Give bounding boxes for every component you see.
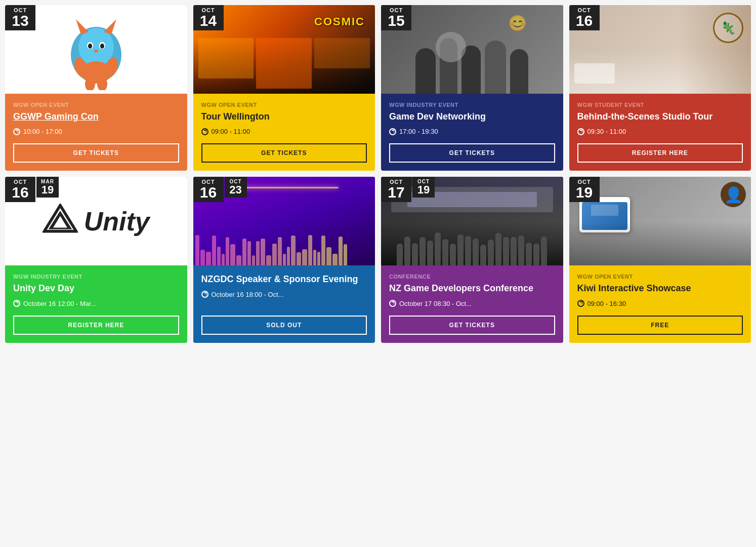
date-day: 14 (197, 13, 220, 28)
clock-icon (13, 300, 20, 307)
event-title: NZGDC Speaker & Sponsor Evening (201, 274, 367, 285)
event-title: Tour Wellington (201, 111, 367, 123)
card-body: WGW INDUSTRY EVENT Game Dev Networking 1… (381, 94, 563, 171)
event-card-game-dev-networking: 😊 OCT 15 WGW INDUSTRY EVENT Game Dev Net… (381, 5, 563, 171)
date-badge: OCT 13 (5, 5, 35, 30)
date-badge-end: MAR 19 (36, 177, 59, 198)
svg-point-8 (94, 50, 98, 53)
time-text: October 16 12:00 - Mar... (23, 300, 97, 307)
event-type-label: WGW OPEN EVENT (13, 102, 179, 108)
date-badge: OCT 14 (193, 5, 224, 30)
card-body: NZGDC Speaker & Sponsor Evening October … (193, 265, 375, 342)
clock-icon (201, 128, 208, 135)
event-time: 09:00 - 11:00 (201, 128, 367, 135)
time-text: 17:00 - 19:30 (399, 128, 438, 135)
event-type-label: WGW INDUSTRY EVENT (13, 274, 179, 280)
card-body: WGW OPEN EVENT Tour Wellington 09:00 - 1… (193, 94, 375, 171)
event-title: Unity Dev Day (13, 283, 179, 294)
event-type-label: WGW OPEN EVENT (201, 102, 367, 108)
date-day: 16 (197, 185, 220, 200)
date-badge-end: OCT 23 (225, 177, 247, 198)
date-end-day: 23 (229, 184, 243, 196)
event-type-label: WGW INDUSTRY EVENT (389, 102, 555, 108)
event-time: October 17 08:30 - Oct... (389, 300, 555, 307)
event-card-unity-dev-day: Unity OCT 16 MAR 19 WGW INDUSTRY EVENT U… (5, 177, 187, 342)
event-time: 09:30 - 11:00 (577, 128, 743, 135)
event-type-label: CONFERENCE (389, 274, 555, 280)
event-card-ggwp: OCT 13 WGW OPEN EVENT GGWP Gaming Con 10… (5, 5, 187, 171)
svg-point-7 (100, 44, 104, 49)
action-button[interactable]: GET TICKETS (13, 143, 179, 163)
card-body: WGW INDUSTRY EVENT Unity Dev Day October… (5, 265, 187, 342)
date-day: 16 (573, 13, 596, 28)
time-text: October 16 18:00 - Oct... (212, 291, 284, 298)
card-body: WGW STUDENT EVENT Behind-the-Scenes Stud… (569, 94, 751, 171)
svg-point-6 (88, 44, 92, 49)
svg-marker-3 (104, 19, 116, 34)
date-badge: OCT 16 (5, 177, 35, 202)
date-day: 15 (385, 13, 407, 28)
event-time: 17:00 - 19:30 (389, 128, 555, 135)
event-time: October 16 12:00 - Mar... (13, 300, 179, 307)
event-time: 09:00 - 16:30 (577, 300, 743, 307)
date-end-day: 19 (40, 184, 55, 196)
event-title: GGWP Gaming Con (13, 111, 179, 123)
event-title-link[interactable]: GGWP Gaming Con (13, 111, 99, 122)
date-badge: OCT 17 (381, 177, 411, 202)
card-body: WGW OPEN EVENT GGWP Gaming Con 10:00 - 1… (5, 94, 187, 171)
event-type-label: WGW OPEN EVENT (577, 274, 743, 280)
event-title: Game Dev Networking (389, 111, 555, 123)
action-button[interactable]: REGISTER HERE (13, 316, 179, 335)
event-time: 10:00 - 17:00 (13, 128, 179, 135)
time-text: 10:00 - 17:00 (23, 128, 62, 135)
date-day: 16 (9, 185, 31, 200)
date-badge: OCT 16 (569, 5, 600, 30)
clock-icon (389, 128, 396, 135)
clock-icon (577, 128, 584, 135)
event-title: Behind-the-Scenes Studio Tour (577, 111, 743, 123)
time-text: October 17 08:30 - Oct... (399, 300, 472, 307)
date-day: 13 (9, 13, 31, 28)
svg-marker-2 (76, 19, 89, 34)
clock-icon (577, 300, 584, 307)
events-grid: OCT 13 WGW OPEN EVENT GGWP Gaming Con 10… (5, 5, 751, 343)
action-button[interactable]: SOLD OUT (201, 316, 367, 335)
date-badge-end: OCT 19 (412, 177, 435, 198)
date-day: 17 (385, 185, 407, 200)
date-day: 19 (573, 185, 596, 200)
card-body: CONFERENCE NZ Game Developers Conference… (381, 265, 563, 342)
time-text: 09:30 - 11:00 (587, 128, 626, 135)
clock-icon (201, 291, 208, 298)
event-title: NZ Game Developers Conference (389, 283, 555, 294)
event-card-nz-game-dev: OCT 17 OCT 19 CONFERENCE NZ Game Develop… (381, 177, 563, 342)
event-card-tour-wellington: COSMIC OCT 14 WGW OPEN EVENT Tour Wellin… (193, 5, 375, 171)
event-card-nzgdc-speaker: OCT 16 OCT 23 NZGDC Speaker & Sponsor Ev… (193, 177, 375, 342)
date-end-day: 19 (416, 184, 431, 196)
event-card-studio-tour: 🦎 OCT 16 WGW STUDENT EVENT Behind-the-Sc… (569, 5, 751, 171)
card-body: WGW OPEN EVENT Kiwi Interactive Showcase… (569, 265, 751, 342)
action-button[interactable]: REGISTER HERE (577, 143, 743, 163)
clock-icon (13, 128, 20, 135)
event-time: October 16 18:00 - Oct... (201, 291, 367, 298)
time-text: 09:00 - 11:00 (212, 128, 250, 135)
date-badge: OCT 16 (193, 177, 224, 202)
date-badge: OCT 19 (569, 177, 600, 202)
action-button[interactable]: FREE (577, 316, 743, 335)
event-title: Kiwi Interactive Showcase (577, 283, 743, 294)
date-badge: OCT 15 (381, 5, 411, 30)
time-text: 09:00 - 16:30 (587, 300, 626, 307)
clock-icon (389, 300, 396, 307)
event-type-label: WGW STUDENT EVENT (577, 102, 743, 108)
event-card-kiwi-interactive: 👤 OCT 19 WGW OPEN EVENT Kiwi Interactive… (569, 177, 751, 342)
action-button[interactable]: GET TICKETS (389, 316, 555, 335)
action-button[interactable]: GET TICKETS (201, 143, 367, 163)
action-button[interactable]: GET TICKETS (389, 143, 555, 163)
